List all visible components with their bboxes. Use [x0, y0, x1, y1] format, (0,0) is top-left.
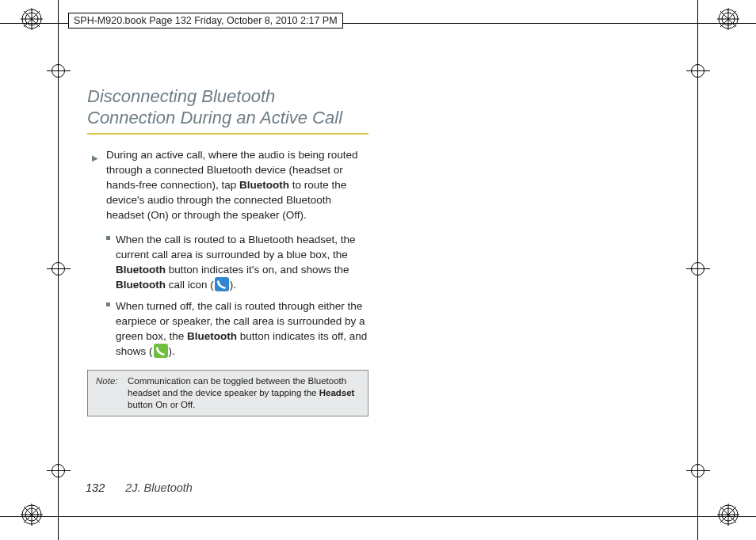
square-bullet-icon — [106, 236, 110, 240]
page-footer: 132 2J. Bluetooth — [86, 481, 193, 494]
bold-term: Headset — [319, 388, 355, 397]
phone-call-icon — [154, 344, 168, 358]
body-text: button indicates it's on, and shows the — [166, 264, 349, 276]
sub-list: When the call is routed to a Bluetooth h… — [116, 232, 368, 359]
body-text: When the call is routed to a Bluetooth h… — [116, 234, 355, 260]
cross-mark — [686, 257, 710, 281]
registration-mark — [717, 8, 739, 30]
body-text: ). — [169, 345, 175, 357]
bold-term: Bluetooth — [239, 179, 289, 191]
running-header: SPH-M920.book Page 132 Friday, October 8… — [68, 13, 343, 29]
bold-term: Bluetooth — [116, 279, 166, 291]
body-text: ). — [230, 279, 236, 291]
body-text: button On or Off. — [128, 400, 195, 409]
registration-mark — [21, 504, 43, 526]
crop-line-bottom — [0, 516, 756, 517]
heading-line: Disconnecting Bluetooth — [87, 86, 275, 106]
page-number: 132 — [86, 481, 105, 494]
note-label: Note: — [96, 375, 123, 411]
body-text: Communication can be toggled between the… — [128, 376, 346, 397]
registration-mark — [717, 504, 739, 526]
bold-term: Bluetooth — [187, 330, 237, 342]
registration-mark — [21, 8, 43, 30]
cross-mark — [686, 59, 710, 83]
square-bullet-icon — [106, 302, 110, 306]
page-content: Disconnecting Bluetooth Connection Durin… — [87, 86, 368, 416]
cross-mark — [686, 459, 710, 483]
note-box: Note: Communication can be toggled betwe… — [87, 370, 368, 416]
cross-mark — [47, 257, 71, 281]
cross-mark — [47, 59, 71, 83]
triangle-bullet-icon: ▶ — [92, 150, 98, 165]
bluetooth-call-icon — [215, 277, 229, 291]
lead-paragraph: ▶ During an active call, where the audio… — [106, 147, 368, 222]
heading-line: Connection During an Active Call — [87, 108, 342, 127]
section-label: 2J. Bluetooth — [125, 481, 193, 494]
section-heading: Disconnecting Bluetooth Connection Durin… — [87, 86, 368, 135]
bold-term: Bluetooth — [116, 264, 166, 276]
body-text: call icon ( — [166, 279, 214, 291]
cross-mark — [47, 459, 71, 483]
sub-item: When the call is routed to a Bluetooth h… — [116, 232, 368, 292]
note-text: Communication can be toggled between the… — [128, 375, 361, 411]
sub-item: When turned off, the call is routed thro… — [116, 299, 368, 359]
